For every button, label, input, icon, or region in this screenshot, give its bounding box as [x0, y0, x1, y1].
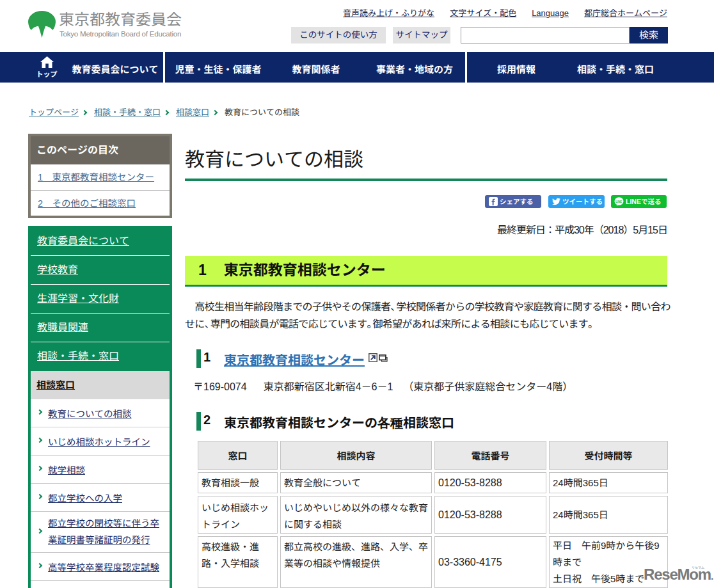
svg-text:LINE: LINE	[615, 200, 622, 203]
